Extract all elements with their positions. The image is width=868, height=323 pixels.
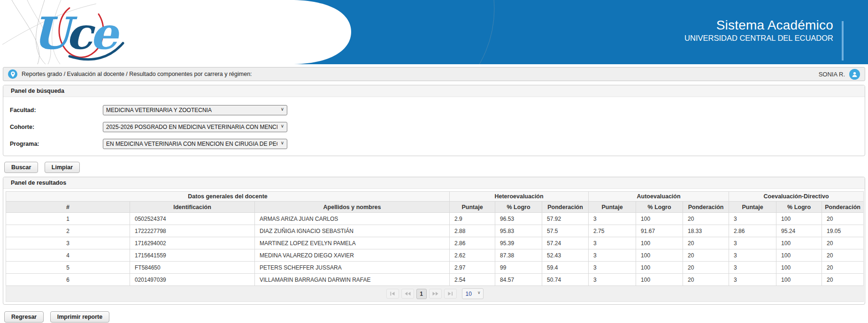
- first-page-button[interactable]: [386, 289, 399, 299]
- print-report-button[interactable]: Imprimir reporte: [50, 311, 110, 323]
- results-panel-title: Panel de resultados: [3, 177, 865, 189]
- cell-3: 2.97: [450, 262, 495, 274]
- cell-0: 4: [6, 249, 130, 262]
- previous-page-button[interactable]: [401, 289, 414, 299]
- clear-button[interactable]: Limpiar: [45, 162, 80, 173]
- cell-1: 0502524374: [130, 213, 255, 225]
- cell-11: 20: [822, 262, 864, 274]
- cell-8: 20: [683, 262, 729, 274]
- cell-5: 57.5: [542, 225, 589, 237]
- column-header-8: Ponderación: [683, 202, 729, 213]
- cell-5: 52.43: [542, 249, 589, 262]
- cell-1: 1715641559: [130, 249, 255, 262]
- svg-text:Uce: Uce: [32, 8, 120, 59]
- group-coevaluacion: Coevaluación-Directivo: [729, 192, 864, 202]
- cell-10: 100: [776, 262, 822, 274]
- cell-5: 59.4: [542, 262, 589, 274]
- cell-10: 100: [776, 249, 822, 262]
- cell-0: 3: [6, 237, 130, 249]
- search-panel-title: Panel de búsqueda: [3, 85, 865, 97]
- user-avatar-icon[interactable]: [849, 69, 860, 80]
- next-page-button[interactable]: [429, 289, 442, 299]
- cell-9: 3: [729, 274, 776, 286]
- cell-0: 1: [6, 213, 130, 225]
- last-page-button[interactable]: [444, 289, 457, 299]
- cell-6: 3: [589, 274, 636, 286]
- cell-6: 3: [589, 237, 636, 249]
- cell-9: 2.86: [729, 225, 776, 237]
- cell-3: 2.62: [450, 249, 495, 262]
- breadcrumb: Reportes grado / Evaluación al docente /…: [22, 71, 252, 77]
- cohort-select[interactable]: 2025-2026 POSGRADO EN MEDICINA VETERINAR…: [103, 122, 287, 132]
- cell-0: 6: [6, 274, 130, 286]
- cell-4: 95.39: [495, 237, 542, 249]
- cell-8: 20: [683, 213, 729, 225]
- results-panel: Panel de resultados Datos generales del …: [3, 177, 865, 305]
- cell-4: 99: [495, 262, 542, 274]
- cell-2: DIAZ ZUÑIGA IGNACIO SEBASTIÁN: [255, 225, 450, 237]
- cell-1: 0201497039: [130, 274, 255, 286]
- results-table: Datos generales del docente Heteroevalua…: [6, 191, 864, 302]
- cell-5: 50.74: [542, 274, 589, 286]
- location-pin-icon: [8, 69, 17, 79]
- cell-2: MARTINEZ LOPEZ EVELYN PAMELA: [255, 237, 450, 249]
- cell-6: 3: [589, 262, 636, 274]
- program-select-wrap: EN MEDICINA VETERINARIA CON MENCION EN C…: [103, 139, 287, 149]
- paginator: 1 10: [6, 288, 863, 299]
- cell-3: 2.54: [450, 274, 495, 286]
- cell-10: 100: [776, 237, 822, 249]
- cell-1: 1716294002: [130, 237, 255, 249]
- group-heteroevaluacion: Heteroevaluación: [450, 192, 589, 202]
- cell-7: 100: [636, 237, 683, 249]
- column-header-5: Ponderación: [542, 202, 589, 213]
- university-name: UNIVERSIDAD CENTRAL DEL ECUADOR: [684, 34, 833, 43]
- program-select[interactable]: EN MEDICINA VETERINARIA CON MENCION EN C…: [103, 139, 287, 149]
- cohort-label: Cohorte:: [10, 124, 103, 130]
- column-header-10: % Logro: [776, 202, 822, 213]
- column-header-6: Puntaje: [589, 202, 636, 213]
- cell-5: 57.92: [542, 213, 589, 225]
- faculty-select-wrap: MEDICINA VETERINARIA Y ZOOTECNIA: [103, 105, 287, 115]
- uce-logo: Uce: [0, 0, 516, 64]
- faculty-label: Facultad:: [10, 107, 103, 113]
- cell-2: PETERS SCHEFFER JUSSARA: [255, 262, 450, 274]
- group-autoevaluacion: Autoevaluación: [589, 192, 729, 202]
- app-header: Uce Sistema Académico UNIVERSIDAD CENTRA…: [0, 0, 868, 64]
- column-header-0: #: [6, 202, 130, 213]
- back-button[interactable]: Regresar: [4, 311, 44, 323]
- table-row: 31716294002MARTINEZ LOPEZ EVELYN PAMELA2…: [6, 237, 864, 249]
- cell-5: 57.24: [542, 237, 589, 249]
- group-header-row: Datos generales del docente Heteroevalua…: [6, 192, 864, 202]
- pagination-row: 1 10: [6, 286, 864, 302]
- breadcrumb-bar: Reportes grado / Evaluación al docente /…: [3, 67, 865, 81]
- cell-11: 20: [822, 249, 864, 262]
- cohort-row: Cohorte: 2025-2026 POSGRADO EN MEDICINA …: [3, 122, 865, 132]
- current-page-button[interactable]: 1: [416, 289, 427, 299]
- cell-9: 3: [729, 262, 776, 274]
- column-header-11: Ponderación: [822, 202, 864, 213]
- page-size-select[interactable]: 10: [462, 288, 484, 299]
- cell-8: 20: [683, 237, 729, 249]
- results-table-body: 10502524374ARMAS ARIZA JUAN CARLOS2.996.…: [6, 213, 864, 286]
- table-row: 21722227798DIAZ ZUÑIGA IGNACIO SEBASTIÁN…: [6, 225, 864, 237]
- search-panel: Panel de búsqueda Facultad: MEDICINA VET…: [3, 85, 865, 156]
- header-accent-bar: [842, 21, 844, 60]
- table-row: 60201497039VILLAMARIN BARRAGAN DARWIN RA…: [6, 274, 864, 286]
- cell-0: 2: [6, 225, 130, 237]
- cell-2: MEDINA VALAREZO DIEGO XAVIER: [255, 249, 450, 262]
- cell-7: 100: [636, 213, 683, 225]
- search-button[interactable]: Buscar: [4, 162, 38, 173]
- cell-1: 1722227798: [130, 225, 255, 237]
- cell-9: 3: [729, 249, 776, 262]
- cohort-select-wrap: 2025-2026 POSGRADO EN MEDICINA VETERINAR…: [103, 122, 287, 132]
- footer-actions: Regresar Imprimir reporte: [4, 311, 865, 323]
- column-header-3: Puntaje: [450, 202, 495, 213]
- cell-10: 100: [776, 213, 822, 225]
- faculty-select[interactable]: MEDICINA VETERINARIA Y ZOOTECNIA: [103, 105, 287, 115]
- cell-6: 2.75: [589, 225, 636, 237]
- search-actions: Buscar Limpiar: [4, 162, 865, 173]
- column-header-4: % Logro: [495, 202, 542, 213]
- cell-4: 87.38: [495, 249, 542, 262]
- table-row: 5FT584650PETERS SCHEFFER JUSSARA2.979959…: [6, 262, 864, 274]
- cell-7: 91.67: [636, 225, 683, 237]
